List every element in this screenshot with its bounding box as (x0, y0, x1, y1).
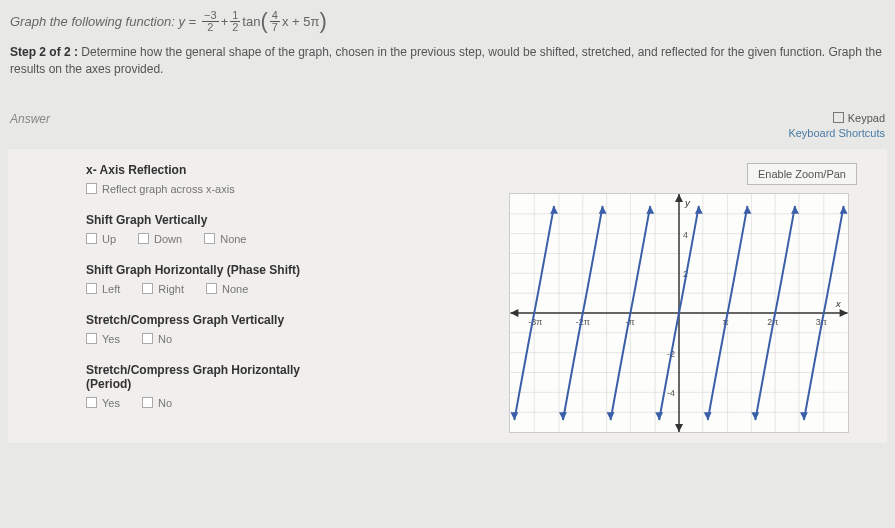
step-instructions: Step 2 of 2 : Determine how the general … (10, 44, 885, 78)
prompt-text: Graph the following function: y = (10, 14, 196, 29)
step-text: Determine how the general shape of the g… (10, 45, 882, 76)
checkbox-icon[interactable] (86, 283, 97, 294)
svg-marker-51 (751, 412, 759, 420)
svg-marker-45 (607, 412, 615, 420)
vshift-up[interactable]: Up (86, 233, 116, 245)
checkbox-icon[interactable] (204, 233, 215, 244)
svg-marker-53 (800, 412, 808, 420)
keypad-icon (833, 112, 844, 123)
vshift-none[interactable]: None (204, 233, 246, 245)
svg-marker-24 (840, 309, 848, 317)
vstretch-yes[interactable]: Yes (86, 333, 120, 345)
svg-marker-46 (695, 205, 703, 213)
prompt: Graph the following function: y = −32 + … (10, 8, 885, 34)
checkbox-icon[interactable] (86, 233, 97, 244)
reflect-option[interactable]: Reflect graph across x-axis (86, 183, 235, 195)
keyboard-hints: Keypad Keyboard Shortcuts (788, 112, 885, 139)
svg-marker-26 (675, 194, 683, 202)
hshift-title: Shift Graph Horizontally (Phase Shift) (86, 263, 346, 277)
hshift-left[interactable]: Left (86, 283, 120, 295)
checkbox-icon[interactable] (86, 183, 97, 194)
hshift-none[interactable]: None (206, 283, 248, 295)
answer-label: Answer (10, 112, 50, 126)
svg-marker-44 (646, 205, 654, 213)
svg-marker-43 (559, 412, 567, 420)
graph-area[interactable]: x y -3π-2π-π π2π3π 24 -2-4 (509, 193, 849, 433)
shortcuts-link[interactable]: Keyboard Shortcuts (788, 127, 885, 139)
svg-text:-3π: -3π (528, 316, 542, 326)
svg-text:y: y (684, 196, 691, 207)
svg-text:-2π: -2π (576, 316, 590, 326)
svg-marker-48 (743, 205, 751, 213)
svg-marker-42 (599, 205, 607, 213)
svg-text:4: 4 (683, 229, 688, 239)
hstretch-title: Stretch/Compress Graph Horizontally (Per… (86, 363, 346, 391)
hstretch-yes[interactable]: Yes (86, 397, 120, 409)
svg-marker-50 (791, 205, 799, 213)
svg-text:-4: -4 (667, 388, 675, 398)
step-label: Step 2 of 2 : (10, 45, 78, 59)
svg-marker-41 (510, 412, 518, 420)
svg-marker-40 (550, 205, 558, 213)
checkbox-icon[interactable] (142, 397, 153, 408)
tan-graph: x y -3π-2π-π π2π3π 24 -2-4 (510, 194, 848, 432)
svg-marker-49 (704, 412, 712, 420)
svg-marker-47 (655, 412, 663, 420)
svg-marker-27 (675, 424, 683, 432)
svg-marker-52 (840, 205, 848, 213)
checkbox-icon[interactable] (142, 333, 153, 344)
checkbox-icon[interactable] (142, 283, 153, 294)
formula: −32 + 12 tan ( 47 x + 5π ) (200, 8, 327, 34)
vstretch-title: Stretch/Compress Graph Vertically (86, 313, 346, 327)
checkbox-icon[interactable] (86, 333, 97, 344)
vstretch-no[interactable]: No (142, 333, 172, 345)
hshift-right[interactable]: Right (142, 283, 184, 295)
reflect-title: x- Axis Reflection (86, 163, 346, 177)
hstretch-no[interactable]: No (142, 397, 172, 409)
zoom-pan-button[interactable]: Enable Zoom/Pan (747, 163, 857, 185)
checkbox-icon[interactable] (138, 233, 149, 244)
svg-marker-25 (510, 309, 518, 317)
vshift-title: Shift Graph Vertically (86, 213, 346, 227)
checkbox-icon[interactable] (86, 397, 97, 408)
keypad-link[interactable]: Keypad (848, 112, 885, 124)
vshift-down[interactable]: Down (138, 233, 182, 245)
svg-text:x: x (835, 298, 842, 309)
checkbox-icon[interactable] (206, 283, 217, 294)
